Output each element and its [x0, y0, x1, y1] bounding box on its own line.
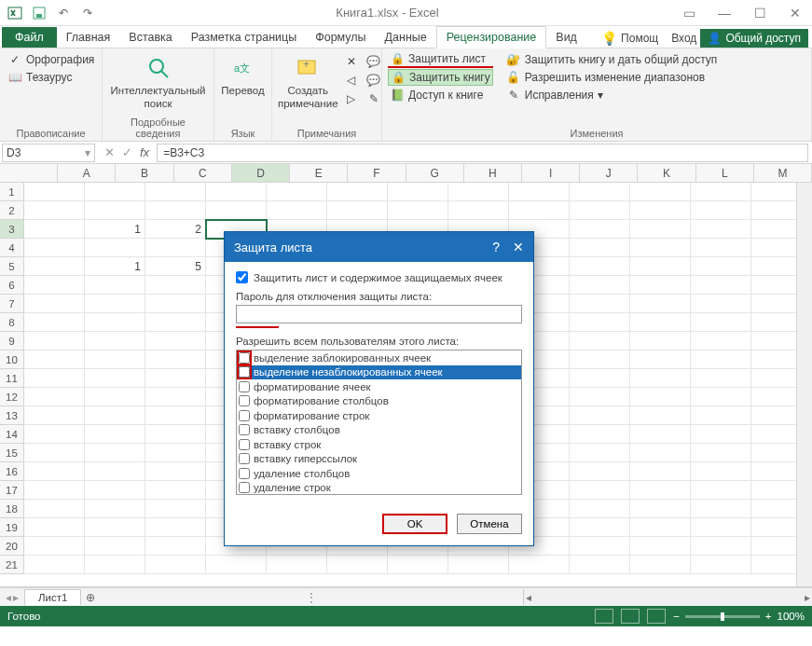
cell-C15[interactable]	[145, 444, 206, 462]
cell-K3[interactable]	[630, 220, 691, 239]
tab-insert[interactable]: Вставка	[119, 27, 181, 48]
cell-L9[interactable]	[691, 332, 751, 350]
cell-G21[interactable]	[388, 556, 448, 574]
cell-C6[interactable]	[145, 276, 206, 295]
rowhead-19[interactable]: 19	[0, 518, 24, 537]
cell-K8[interactable]	[630, 313, 691, 332]
cell-J19[interactable]	[570, 518, 630, 537]
rowhead-5[interactable]: 5	[0, 257, 24, 276]
tab-file[interactable]: Файл	[2, 27, 57, 48]
perm-checkbox[interactable]	[239, 439, 250, 450]
cell-G2[interactable]	[388, 201, 448, 220]
cell-A17[interactable]	[24, 481, 85, 500]
cell-K15[interactable]	[630, 444, 691, 462]
cell-J20[interactable]	[570, 537, 630, 556]
cell-L18[interactable]	[691, 500, 751, 518]
rowhead-8[interactable]: 8	[0, 313, 24, 332]
rowhead-3[interactable]: 3	[0, 220, 24, 239]
sheet-nav-prev-icon[interactable]: ◂	[6, 591, 11, 604]
colhead-C[interactable]: C	[174, 164, 232, 183]
name-box[interactable]: D3▾	[2, 144, 95, 162]
comment-next-button[interactable]: ▷	[342, 90, 361, 107]
cell-B5[interactable]: 1	[85, 257, 145, 276]
dialog-help-icon[interactable]: ?	[492, 240, 500, 254]
cell-K20[interactable]	[630, 537, 691, 556]
cell-J21[interactable]	[570, 556, 630, 574]
cell-A1[interactable]	[24, 183, 85, 201]
spelling-button[interactable]: ✓Орфография	[6, 51, 96, 68]
fx-icon[interactable]: fx	[140, 145, 149, 159]
cell-L7[interactable]	[691, 295, 751, 313]
cell-C13[interactable]	[145, 406, 206, 425]
rowhead-11[interactable]: 11	[0, 369, 24, 388]
cell-B14[interactable]	[85, 425, 145, 444]
cell-A8[interactable]	[24, 313, 85, 332]
add-sheet-button[interactable]: ⊕	[81, 591, 100, 604]
page-layout-icon[interactable]	[621, 609, 640, 624]
ok-button[interactable]: OK	[382, 514, 447, 534]
cell-C17[interactable]	[145, 481, 206, 500]
cell-H1[interactable]	[448, 183, 509, 201]
cell-C10[interactable]	[145, 350, 206, 369]
cell-H2[interactable]	[448, 201, 509, 220]
protect-book-button[interactable]: 🔒Защитить книгу	[388, 69, 493, 86]
tab-formulas[interactable]: Формулы	[306, 27, 375, 48]
newcomment-button[interactable]: + Создать примечание	[278, 51, 338, 111]
colhead-F[interactable]: F	[348, 164, 406, 183]
cell-B6[interactable]	[85, 276, 145, 295]
cell-E21[interactable]	[267, 556, 327, 574]
show-comment-button[interactable]: 💬	[365, 53, 383, 70]
perm-checkbox[interactable]	[239, 424, 250, 435]
rowhead-12[interactable]: 12	[0, 388, 24, 406]
colhead-A[interactable]: A	[58, 164, 116, 183]
cell-D21[interactable]	[206, 556, 267, 574]
cell-C5[interactable]: 5	[145, 257, 206, 276]
cell-K7[interactable]	[630, 295, 691, 313]
cell-G1[interactable]	[388, 183, 448, 201]
zoom-level[interactable]: 100%	[778, 611, 805, 622]
cell-K21[interactable]	[630, 556, 691, 574]
cell-L12[interactable]	[691, 388, 751, 406]
cell-E2[interactable]	[267, 201, 327, 220]
cell-A4[interactable]	[24, 239, 85, 257]
comment-delete-button[interactable]: ✕	[342, 53, 361, 70]
cell-L14[interactable]	[691, 425, 751, 444]
share-button[interactable]: 👤Общий доступ	[700, 29, 808, 48]
show-ink-button[interactable]: ✎	[365, 90, 383, 107]
zoom-out-icon[interactable]: −	[673, 611, 680, 622]
rowhead-21[interactable]: 21	[0, 556, 24, 574]
cell-A11[interactable]	[24, 369, 85, 388]
perm-item[interactable]: удаление столбцов	[237, 466, 521, 481]
perm-item[interactable]: выделение незаблокированных ячеек	[237, 365, 521, 380]
cell-J5[interactable]	[570, 257, 630, 276]
cell-C14[interactable]	[145, 425, 206, 444]
rowhead-6[interactable]: 6	[0, 276, 24, 295]
cell-C1[interactable]	[145, 183, 206, 201]
sheet-nav-next-icon[interactable]: ▸	[13, 591, 19, 604]
cell-L15[interactable]	[691, 444, 751, 462]
tab-data[interactable]: Данные	[376, 27, 436, 48]
perm-item[interactable]: форматирование строк	[237, 408, 521, 423]
cell-C9[interactable]	[145, 332, 206, 350]
cell-B1[interactable]	[85, 183, 145, 201]
protect-sheet-button[interactable]: 🔒Защитить лист	[388, 51, 493, 68]
cell-F1[interactable]	[327, 183, 388, 201]
cell-F2[interactable]	[327, 201, 388, 220]
cell-K1[interactable]	[630, 183, 691, 201]
rowhead-4[interactable]: 4	[0, 239, 24, 257]
share-workbook-button[interactable]: 📗Доступ к книге	[388, 87, 493, 103]
cell-L1[interactable]	[691, 183, 751, 201]
cell-K12[interactable]	[630, 388, 691, 406]
cell-B17[interactable]	[85, 481, 145, 500]
perm-item[interactable]: выделение заблокированных ячеек	[237, 350, 521, 365]
cell-K6[interactable]	[630, 276, 691, 295]
cell-J1[interactable]	[570, 183, 630, 201]
tell-me[interactable]: Помощ	[621, 32, 658, 45]
close-icon[interactable]: ✕	[782, 6, 808, 21]
colhead-M[interactable]: M	[754, 164, 812, 183]
perm-item[interactable]: вставку столбцов	[237, 423, 521, 438]
cell-B7[interactable]	[85, 295, 145, 313]
colhead-L[interactable]: L	[696, 164, 754, 183]
cell-J10[interactable]	[570, 350, 630, 369]
cell-C4[interactable]	[145, 239, 206, 257]
